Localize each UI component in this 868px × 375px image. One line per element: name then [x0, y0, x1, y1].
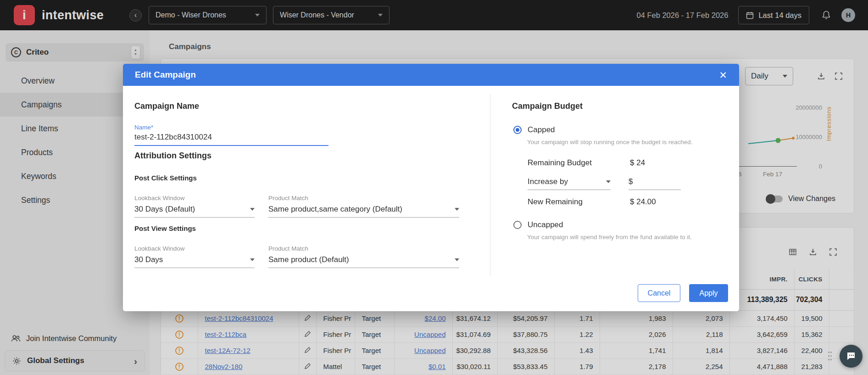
- campaign-name-input[interactable]: [134, 133, 328, 146]
- post-click-heading: Post Click Settings: [134, 174, 197, 182]
- capped-radio-option[interactable]: Capped: [513, 125, 555, 134]
- apply-button[interactable]: Apply: [689, 284, 728, 302]
- chat-launcher-button[interactable]: [840, 345, 862, 368]
- product-match-label: Product Match: [268, 195, 459, 201]
- uncapped-radio-option[interactable]: Uncapped: [513, 220, 563, 229]
- uncapped-label: Uncapped: [528, 220, 563, 229]
- modal-header: Edit Campaign ✕: [123, 64, 739, 86]
- chat-icon: [846, 351, 857, 362]
- post-click-lookback-dropdown[interactable]: 30 Days (Default): [134, 205, 255, 218]
- post-click-product-match-dropdown[interactable]: Same product,same category (Default): [268, 205, 459, 218]
- product-match-label: Product Match: [268, 245, 459, 252]
- caret-down-icon: [455, 258, 459, 261]
- campaign-budget-section-title: Campaign Budget: [512, 101, 583, 111]
- post-view-lookback-dropdown[interactable]: 30 Days: [134, 255, 255, 268]
- remaining-budget-value: $ 24: [630, 158, 645, 168]
- new-remaining-value: $ 24.00: [630, 197, 656, 207]
- lookback-window-label: Lookback Window: [134, 245, 255, 252]
- dropdown-value: Increase by: [528, 177, 568, 186]
- post-view-heading: Post View Settings: [134, 224, 196, 232]
- caret-down-icon: [455, 208, 459, 211]
- cancel-button[interactable]: Cancel: [638, 284, 680, 302]
- currency-symbol: $: [629, 177, 633, 186]
- caret-down-icon: [606, 180, 611, 183]
- lookback-window-label: Lookback Window: [134, 195, 255, 201]
- radio-selected-icon: [513, 126, 522, 134]
- attribution-section-title: Attribution Settings: [134, 151, 211, 161]
- capped-help-text: Your campaign will stop running once the…: [527, 139, 693, 146]
- name-field-label: Name*: [134, 124, 153, 131]
- increase-by-dropdown[interactable]: Increase by: [528, 177, 611, 190]
- radio-unselected-icon: [513, 221, 522, 229]
- modal-divider: [490, 94, 490, 276]
- campaign-name-section-title: Campaign Name: [134, 101, 199, 111]
- dropdown-value: 30 Days: [134, 255, 163, 264]
- uncapped-help-text: Your campaign will spend freely from the…: [527, 234, 692, 241]
- dropdown-value: Same product,same category (Default): [268, 205, 402, 214]
- new-remaining-label: New Remaining: [528, 197, 583, 207]
- edit-campaign-modal: Edit Campaign ✕ Campaign Name Name* Attr…: [123, 64, 739, 311]
- dropdown-value: Same product (Default): [268, 255, 349, 264]
- dropdown-value: 30 Days (Default): [134, 205, 195, 214]
- close-icon[interactable]: ✕: [719, 70, 727, 80]
- chat-drag-handle[interactable]: [828, 352, 833, 363]
- caret-down-icon: [250, 258, 255, 261]
- capped-label: Capped: [528, 125, 555, 134]
- modal-title: Edit Campaign: [135, 70, 196, 80]
- caret-down-icon: [250, 208, 255, 211]
- remaining-budget-label: Remaining Budget: [528, 158, 592, 168]
- increase-amount-input[interactable]: $: [629, 177, 681, 190]
- post-view-product-match-dropdown[interactable]: Same product (Default): [268, 255, 459, 268]
